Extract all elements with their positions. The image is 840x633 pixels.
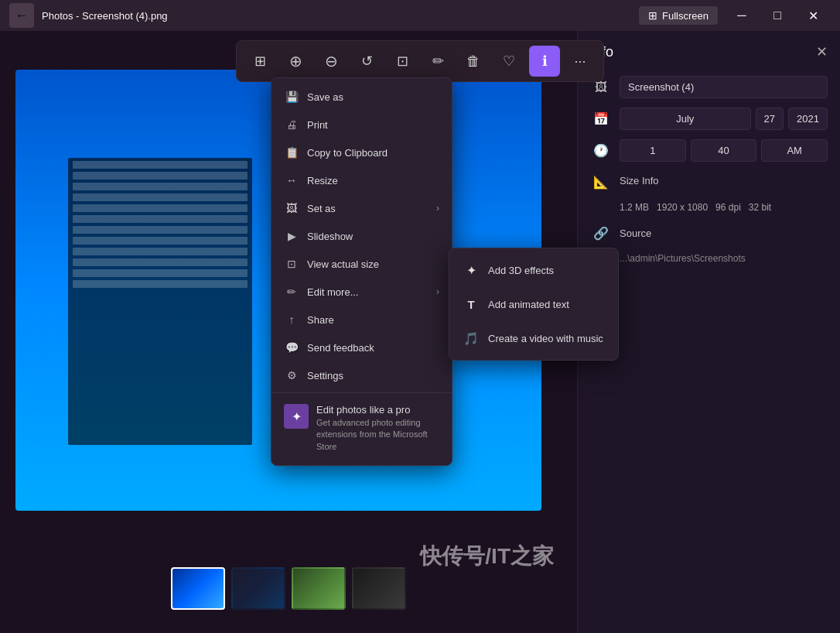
minute-field[interactable]: 40	[691, 139, 757, 162]
share-label: Share	[307, 314, 334, 326]
promo-subtitle: Get advanced photo editing extensions fr…	[316, 417, 439, 453]
view-actual-size-item[interactable]: ⊡ View actual size	[271, 250, 452, 278]
draw-icon: ✏	[432, 53, 444, 70]
size-icon: 📐	[590, 171, 612, 193]
thumbnail-1[interactable]	[171, 567, 225, 610]
info-close-button[interactable]: ✕	[816, 43, 828, 60]
time-fields: 1 40 AM	[620, 139, 828, 162]
copy-label: Copy to Clipboard	[307, 147, 388, 159]
save-as-icon: 💾	[284, 89, 299, 104]
thumbnail-2[interactable]	[231, 567, 285, 610]
delete-icon: 🗑	[466, 53, 480, 70]
size-details: 1.2 MB 1920 x 1080 96 dpi 32 bit	[620, 202, 828, 213]
hour-field[interactable]: 1	[620, 139, 686, 162]
screenshot-panel	[68, 158, 252, 445]
create-video-label: Create a video with music	[488, 333, 603, 344]
panel-item	[73, 226, 248, 234]
add-animated-text-item[interactable]: T Add animated text	[449, 287, 618, 321]
crop-button[interactable]: ⊡	[387, 46, 418, 77]
promo-title: Edit photos like a pro	[316, 404, 439, 416]
period-field[interactable]: AM	[761, 139, 828, 162]
more-button[interactable]: ···	[565, 46, 596, 77]
info-button[interactable]: ℹ	[529, 46, 560, 77]
day-field[interactable]: 27	[756, 108, 784, 130]
context-menu: 💾 Save as 🖨 Print 📋 Copy to Clipboard ↔ …	[271, 77, 452, 466]
save-as-label: Save as	[307, 91, 343, 103]
heart-icon: ♡	[503, 53, 515, 70]
set-as-icon: 🖼	[284, 200, 299, 216]
print-item[interactable]: 🖨 Print	[271, 111, 452, 139]
copy-clipboard-item[interactable]: 📋 Copy to Clipboard	[271, 139, 452, 166]
maximize-button[interactable]: □	[760, 3, 795, 28]
favorite-button[interactable]: ♡	[493, 46, 524, 77]
save-as-item[interactable]: 💾 Save as	[271, 83, 452, 111]
settings-icon: ⚙	[284, 368, 299, 383]
send-feedback-label: Send feedback	[307, 342, 374, 354]
thumbnail-3[interactable]	[292, 567, 346, 610]
window-title: Photos - Screenshot (4).png	[42, 10, 639, 22]
maximize-icon: □	[773, 9, 781, 22]
crop-icon: ⊡	[397, 53, 408, 70]
panel-item	[73, 269, 248, 277]
draw-button[interactable]: ✏	[422, 46, 453, 77]
rotate-button[interactable]: ↺	[351, 46, 382, 77]
edit-more-item[interactable]: ✏ Edit more... ›	[271, 278, 452, 306]
panel-item	[73, 172, 248, 180]
bit-depth: 32 bit	[749, 202, 771, 213]
panel-item	[73, 248, 248, 255]
size-info-row: 📐 Size Info	[590, 171, 828, 193]
time-row: 🕐 1 40 AM	[590, 139, 828, 162]
rotate-icon: ↺	[361, 53, 373, 70]
add-3d-icon: ✦	[462, 261, 480, 279]
send-feedback-item[interactable]: 💬 Send feedback	[271, 334, 452, 361]
create-video-icon: 🎵	[462, 329, 480, 347]
filename-field[interactable]: Screenshot (4)	[620, 76, 828, 98]
minimize-icon: ─	[737, 9, 746, 22]
info-header: Info ✕	[590, 43, 828, 60]
add-3d-effects-item[interactable]: ✦ Add 3D effects	[449, 253, 618, 287]
year-field[interactable]: 2021	[788, 108, 828, 130]
slideshow-icon: ▶	[284, 228, 299, 244]
zoom-out-button[interactable]: ⊖	[316, 46, 347, 77]
close-icon: ✕	[808, 9, 818, 23]
thumbnail-bar	[171, 567, 406, 610]
panel-item	[73, 237, 248, 245]
edit-more-label: Edit more...	[307, 286, 358, 298]
panel-item	[73, 280, 248, 288]
info-icon: ℹ	[542, 53, 548, 70]
zoom-in-button[interactable]: ⊕	[280, 46, 311, 77]
slideshow-item[interactable]: ▶ Slideshow	[271, 222, 452, 250]
promo-text: Edit photos like a pro Get advanced phot…	[316, 404, 439, 453]
collection-button[interactable]: ⊞	[244, 46, 275, 77]
submenu: ✦ Add 3D effects T Add animated text 🎵 C…	[449, 248, 619, 361]
promo-section[interactable]: ✦ Edit photos like a pro Get advanced ph…	[271, 396, 452, 460]
source-path: ...\admin\Pictures\Screenshots	[590, 253, 828, 264]
more-icon: ···	[574, 53, 586, 70]
edit-more-arrow-icon: ›	[436, 286, 439, 297]
settings-item[interactable]: ⚙ Settings	[271, 361, 452, 389]
file-size: 1.2 MB	[620, 202, 649, 213]
view-actual-size-icon: ⊡	[284, 256, 299, 272]
share-item[interactable]: ↑ Share	[271, 306, 452, 334]
collection-icon: ⊞	[254, 53, 266, 70]
menu-divider	[271, 392, 452, 393]
minimize-button[interactable]: ─	[724, 3, 760, 28]
share-icon: ↑	[284, 312, 299, 327]
month-field[interactable]: July	[620, 108, 751, 130]
watermark: 快传号/IT之家	[420, 542, 554, 571]
set-as-item[interactable]: 🖼 Set as ›	[271, 194, 452, 222]
close-button[interactable]: ✕	[795, 3, 831, 28]
date-row: 📅 July 27 2021	[590, 108, 828, 130]
fullscreen-button[interactable]: ⊞ Fullscreen	[639, 6, 718, 25]
settings-label: Settings	[307, 370, 343, 382]
titlebar: ← Photos - Screenshot (4).png ⊞ Fullscre…	[0, 0, 840, 31]
source-row: 🔗 Source	[590, 222, 828, 244]
back-button[interactable]: ←	[9, 3, 34, 28]
thumbnail-4[interactable]	[352, 567, 406, 610]
animated-text-label: Add animated text	[488, 299, 569, 310]
source-label: Source	[620, 228, 651, 239]
delete-button[interactable]: 🗑	[458, 46, 489, 77]
size-info-label: Size Info	[620, 175, 659, 186]
create-video-item[interactable]: 🎵 Create a video with music	[449, 321, 618, 355]
resize-item[interactable]: ↔ Resize	[271, 166, 452, 194]
